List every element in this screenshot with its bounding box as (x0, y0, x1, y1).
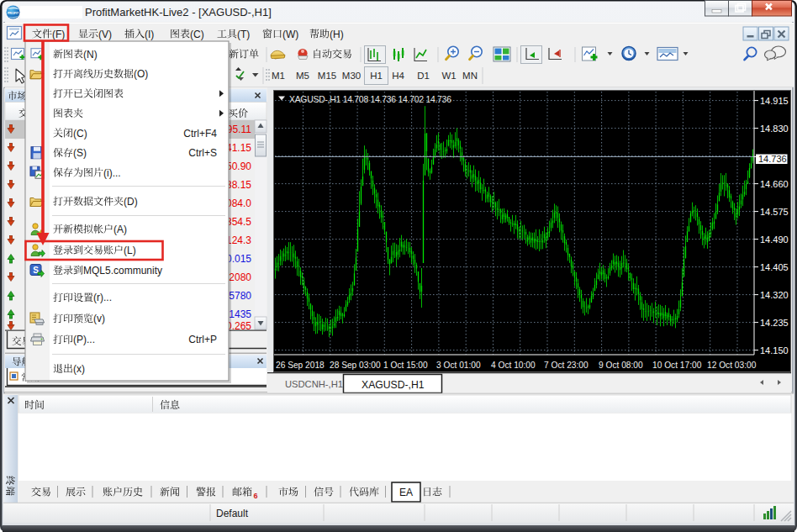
svg-text:1 Oct 15:00: 1 Oct 15:00 (383, 361, 428, 370)
svg-text:Default: Default (216, 508, 249, 519)
svg-text:14.150: 14.150 (760, 345, 789, 356)
svg-text:(W): (W) (282, 29, 298, 40)
svg-text:M5: M5 (296, 71, 309, 81)
svg-text:USDCNH-,H1: USDCNH-,H1 (285, 379, 343, 389)
svg-text:D1: D1 (417, 71, 430, 81)
svg-text:3 Oct 01:00: 3 Oct 01:00 (436, 361, 481, 370)
svg-text:14.235: 14.235 (760, 318, 789, 328)
svg-text:(I): (I) (145, 29, 154, 40)
svg-text:14.736: 14.736 (758, 154, 787, 164)
svg-text:(v): (v) (93, 313, 105, 324)
svg-text:14.575: 14.575 (760, 207, 789, 217)
svg-text:(C): (C) (190, 29, 204, 40)
svg-text:14.915: 14.915 (760, 96, 789, 106)
svg-text:Ctrl+S: Ctrl+S (188, 147, 217, 159)
svg-text:(i)...: (i)... (103, 167, 121, 179)
svg-text:1435: 1435 (229, 308, 251, 320)
svg-text:H4: H4 (392, 71, 404, 81)
svg-text:W1: W1 (441, 71, 456, 81)
svg-text:Ctrl+P: Ctrl+P (188, 334, 217, 345)
svg-text:12 Oct 03:00: 12 Oct 03:00 (707, 361, 757, 370)
svg-text:7 Oct 23:00: 7 Oct 23:00 (544, 361, 589, 370)
svg-text:(V): (V) (98, 29, 112, 40)
svg-text:28 Sep 03:00: 28 Sep 03:00 (330, 361, 381, 370)
svg-text:(S): (S) (73, 147, 87, 159)
svg-text:2080: 2080 (229, 271, 251, 283)
svg-text:(N): (N) (83, 49, 98, 61)
svg-text:6: 6 (254, 492, 258, 500)
svg-text:14.405: 14.405 (760, 262, 789, 272)
svg-text:MN: MN (462, 71, 478, 81)
svg-text:14.490: 14.490 (760, 234, 789, 245)
svg-text:10 Oct 17:00: 10 Oct 17:00 (652, 361, 702, 370)
svg-text:(C): (C) (73, 128, 87, 140)
svg-text:14.660: 14.660 (760, 179, 789, 189)
svg-text:(L): (L) (124, 245, 136, 256)
svg-text:H1: H1 (370, 71, 383, 81)
svg-text:XAGUSD-,H1 14.708 14.736 14.7: XAGUSD-,H1 14.708 14.736 14.702 14.736 (289, 95, 451, 104)
svg-text:(A): (A) (113, 224, 127, 235)
svg-text:(T): (T) (237, 29, 250, 40)
svg-text:(F): (F) (52, 29, 65, 40)
svg-text:PROFIT: PROFIT (8, 12, 19, 15)
svg-text:4 Oct 10:00: 4 Oct 10:00 (491, 361, 536, 370)
svg-text:MQL5.community: MQL5.community (83, 265, 162, 277)
svg-text:(H): (H) (330, 29, 344, 40)
svg-text:9 Oct 08:00: 9 Oct 08:00 (599, 361, 643, 370)
svg-text:26 Sep 2018: 26 Sep 2018 (276, 361, 325, 370)
svg-text:(r)...: (r)... (93, 292, 112, 303)
svg-text:(x): (x) (73, 363, 85, 375)
svg-text:Ctrl+F4: Ctrl+F4 (183, 128, 217, 140)
svg-text:(P)...: (P)... (73, 334, 95, 345)
svg-text:XAGUSD-,H1: XAGUSD-,H1 (362, 379, 425, 391)
svg-text:14.320: 14.320 (760, 290, 789, 300)
svg-text:5780: 5780 (229, 290, 251, 302)
svg-text:EA: EA (399, 487, 413, 498)
svg-text:M1: M1 (272, 71, 285, 81)
svg-text:14.830: 14.830 (760, 124, 789, 134)
svg-text:ProfitMarketHK-Live2 - [XAGUSD: ProfitMarketHK-Live2 - [XAGUSD-,H1] (85, 6, 272, 18)
svg-text:M30: M30 (342, 71, 361, 81)
svg-text:(O): (O) (134, 68, 148, 80)
svg-text:M15: M15 (318, 71, 336, 81)
svg-text:(D): (D) (124, 196, 138, 208)
